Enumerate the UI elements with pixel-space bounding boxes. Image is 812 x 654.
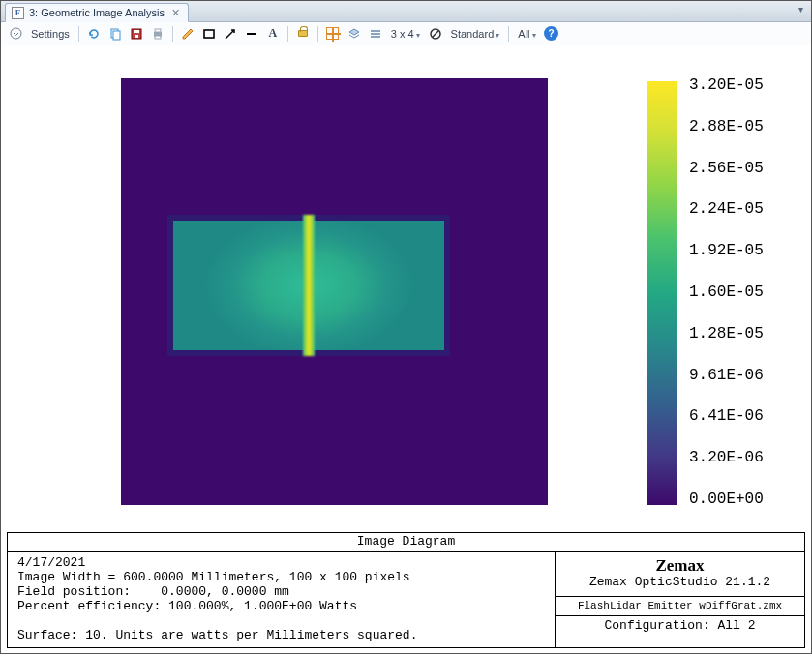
expand-settings-icon[interactable] (7, 25, 24, 43)
colorbar-ticks: 3.20E-05 2.88E-05 2.56E-05 2.24E-05 1.92… (689, 76, 790, 508)
info-efficiency: Percent efficiency: 100.000%, 1.000E+00 … (17, 599, 357, 613)
save-icon[interactable] (128, 25, 145, 43)
plot-area: 3.20E-05 2.88E-05 2.56E-05 2.24E-05 1.92… (1, 45, 811, 525)
grid-size-label: 3 x 4 (391, 28, 414, 40)
text-tool-icon[interactable]: A (264, 25, 282, 43)
copy-icon[interactable] (106, 25, 124, 43)
svg-rect-8 (155, 36, 161, 39)
app-icon: F (12, 7, 24, 19)
info-left: 4/17/2021 Image Width = 600.0000 Millime… (8, 552, 555, 647)
cb-tick: 2.24E-05 (689, 200, 790, 218)
svg-rect-14 (371, 36, 380, 38)
lock-icon[interactable] (294, 25, 312, 43)
layers-icon[interactable] (346, 25, 363, 43)
colorbar (647, 81, 677, 505)
autofit-icon[interactable] (324, 25, 342, 43)
grid-size-dropdown[interactable]: 3 x 4▾ (388, 28, 423, 40)
cb-tick: 2.88E-05 (689, 118, 790, 135)
tab-title: 3: Geometric Image Analysis (29, 7, 165, 18)
svg-rect-9 (204, 30, 214, 38)
heatmap-bg (121, 78, 548, 505)
render-mode-dropdown[interactable]: Standard▾ (448, 28, 503, 40)
window-tab[interactable]: F 3: Geometric Image Analysis ✕ (5, 3, 189, 22)
close-icon[interactable]: ✕ (171, 7, 180, 19)
settings-button[interactable]: Settings (28, 28, 73, 40)
toolbar: Settings A 3 x 4▾ Standard▾ All▾ ? (1, 22, 811, 45)
info-field-pos: Field position: 0.0000, 0.0000 mm (17, 584, 289, 599)
stack-icon[interactable] (367, 25, 384, 43)
cb-tick: 1.28E-05 (689, 325, 790, 342)
info-image-width: Image Width = 600.0000 Millimeters, 100 … (17, 570, 410, 584)
info-file: FlashLidar_Emitter_wDiffGrat.zmx (556, 597, 804, 616)
help-icon[interactable]: ? (543, 25, 560, 43)
refresh-icon[interactable] (85, 25, 103, 43)
svg-rect-7 (155, 29, 161, 32)
svg-rect-12 (371, 30, 380, 32)
svg-rect-2 (113, 31, 120, 40)
cb-tick: 9.61E-06 (689, 367, 790, 384)
info-brand-block: Zemax Zemax OpticStudio 21.1.2 (556, 552, 804, 596)
svg-line-16 (432, 30, 438, 37)
print-icon[interactable] (149, 25, 166, 43)
rect-tool-icon[interactable] (200, 25, 218, 43)
tab-bar: F 3: Geometric Image Analysis ✕ ▾ (1, 1, 811, 22)
config-filter-label: All (518, 28, 529, 40)
info-date: 4/17/2021 (17, 555, 85, 570)
cb-tick: 2.56E-05 (689, 160, 790, 177)
svg-rect-13 (371, 33, 380, 35)
info-config: Configuration: All 2 (556, 616, 804, 637)
svg-point-0 (11, 28, 21, 39)
cb-tick: 6.41E-06 (689, 407, 790, 425)
info-panel: Image Diagram 4/17/2021 Image Width = 60… (7, 532, 805, 648)
brand-name: Zemax (556, 556, 804, 576)
line-tool-icon[interactable] (243, 25, 260, 43)
heatmap[interactable] (121, 78, 548, 505)
cb-tick: 3.20E-05 (689, 76, 790, 94)
no-symbol-icon[interactable] (427, 25, 444, 43)
pencil-icon[interactable] (179, 25, 196, 43)
cb-tick: 1.92E-05 (689, 242, 790, 259)
svg-rect-4 (134, 30, 139, 33)
svg-rect-5 (135, 35, 138, 38)
svg-line-10 (226, 30, 234, 39)
cb-tick: 3.20E-06 (689, 449, 790, 466)
minimize-chevron-icon[interactable]: ▾ (798, 4, 803, 15)
info-surface: Surface: 10. Units are watts per Millime… (17, 628, 417, 642)
heatmap-centerline (303, 215, 315, 356)
cb-tick: 0.00E+00 (689, 490, 790, 508)
arrow-tool-icon[interactable] (222, 25, 239, 43)
cb-tick: 1.60E-05 (689, 283, 790, 301)
product-version: Zemax OpticStudio 21.1.2 (556, 576, 804, 590)
render-mode-label: Standard (451, 28, 495, 40)
config-filter-dropdown[interactable]: All▾ (515, 28, 538, 40)
panel-title: Image Diagram (8, 533, 804, 552)
